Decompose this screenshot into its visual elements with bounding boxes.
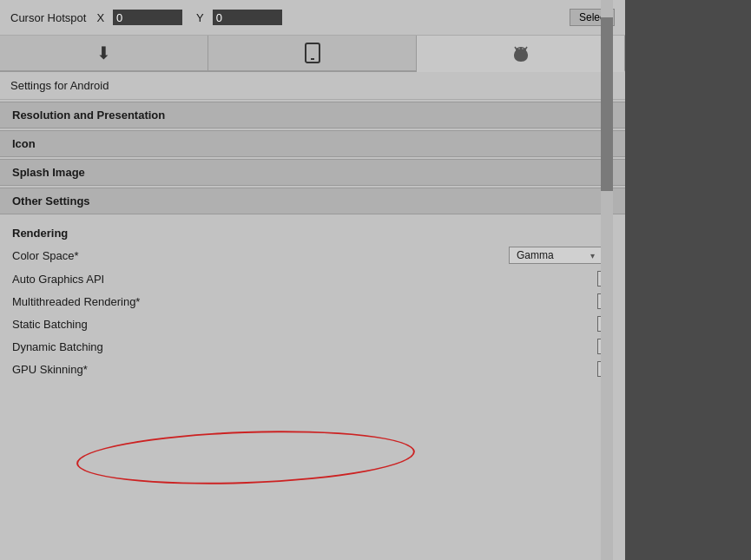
section-icon-header[interactable]: Icon	[0, 130, 625, 157]
section-splash-header[interactable]: Splash Image	[0, 159, 625, 186]
static-batching-label: Static Batching	[12, 318, 597, 331]
cursor-hotspot-row: Cursor Hotspot X Y Selec	[0, 0, 625, 36]
right-panel	[625, 0, 751, 560]
svg-point-8	[516, 47, 526, 54]
setting-color-space: Color Space* Gamma ▾	[0, 243, 625, 267]
section-resolution-header[interactable]: Resolution and Presentation	[0, 102, 625, 128]
settings-panel: Cursor Hotspot X Y Selec ⬇	[0, 0, 625, 560]
dynamic-batching-label: Dynamic Batching	[12, 340, 597, 353]
section-icon: Icon	[0, 130, 625, 157]
x-input[interactable]	[113, 10, 182, 25]
tab-android[interactable]	[417, 36, 625, 72]
color-space-dropdown[interactable]: Gamma ▾	[509, 247, 613, 264]
gpu-skinning-label: GPU Skinning*	[12, 363, 597, 376]
svg-point-10	[522, 48, 524, 49]
rendering-title: Rendering	[0, 221, 625, 243]
cursor-hotspot-label: Cursor Hotspot	[10, 11, 86, 24]
section-other-content: Rendering Color Space* Gamma ▾ Auto Grap…	[0, 214, 625, 387]
setting-dynamic-batching: Dynamic Batching ✔	[0, 335, 625, 358]
color-space-label: Color Space*	[12, 249, 509, 262]
svg-point-9	[518, 48, 520, 49]
setting-auto-graphics: Auto Graphics API ✔	[0, 267, 625, 290]
section-other-header[interactable]: Other Settings	[0, 188, 625, 214]
multithreaded-label: Multithreaded Rendering*	[12, 295, 597, 308]
annotation-ellipse	[76, 425, 416, 490]
setting-gpu-skinning: GPU Skinning*	[0, 358, 625, 380]
section-splash: Splash Image	[0, 159, 625, 186]
main-container: Cursor Hotspot X Y Selec ⬇	[0, 0, 751, 560]
scrollbar-thumb[interactable]	[601, 17, 613, 191]
section-other: Other Settings Rendering Color Space* Ga…	[0, 188, 625, 387]
chevron-down-icon: ▾	[590, 251, 595, 260]
y-input[interactable]	[213, 10, 282, 25]
scrollbar[interactable]	[601, 0, 613, 560]
color-space-control: Gamma ▾	[509, 247, 613, 264]
platform-label: Settings for Android	[0, 72, 625, 100]
tab-desktop[interactable]: ⬇	[0, 36, 208, 70]
tab-mobile[interactable]	[208, 36, 417, 70]
section-resolution: Resolution and Presentation	[0, 102, 625, 128]
y-label: Y	[196, 11, 204, 24]
setting-multithreaded: Multithreaded Rendering* ✔	[0, 290, 625, 313]
color-space-value: Gamma	[517, 249, 554, 261]
setting-static-batching: Static Batching ✔	[0, 313, 625, 335]
auto-graphics-label: Auto Graphics API	[12, 273, 597, 286]
tab-bar: ⬇	[0, 36, 625, 72]
x-label: X	[96, 11, 104, 24]
